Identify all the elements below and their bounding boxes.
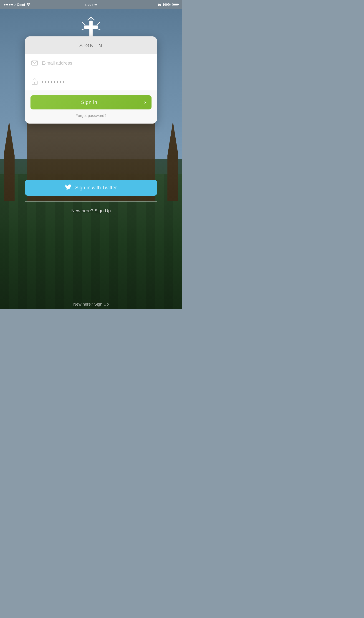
email-input[interactable] [42, 61, 152, 66]
forgot-password[interactable]: Forgot password? [30, 114, 152, 118]
card-title: SIGN IN [79, 43, 103, 49]
twitter-button-label: Sign in with Twitter [75, 185, 117, 191]
signal-dot-1 [4, 4, 5, 5]
twitter-button-container: Sign in with Twitter [25, 180, 157, 196]
password-row: •••••••• [25, 72, 157, 91]
svg-line-5 [82, 22, 85, 25]
divider-line [25, 201, 157, 202]
signup-container: New here? Sign Up [71, 208, 111, 213]
signup-prompt[interactable]: New here? Sign Up [71, 208, 111, 213]
svg-line-3 [88, 17, 91, 20]
email-icon [30, 59, 39, 67]
signin-card: SIGN IN [25, 36, 157, 124]
divider [25, 201, 157, 202]
signal-dots [4, 4, 15, 5]
bottom-signup-text: New here? Sign Up [73, 302, 109, 307]
lock-icon [158, 2, 161, 7]
status-time: 4:20 PM [85, 3, 98, 7]
svg-rect-9 [90, 21, 92, 37]
carrier-name: Omni [17, 3, 25, 6]
chevron-right-icon: › [141, 98, 149, 106]
card-header: SIGN IN [25, 36, 157, 54]
battery-percent: 100% [162, 3, 171, 6]
status-right: 100% [158, 2, 178, 7]
svg-line-6 [97, 22, 100, 25]
signal-dot-5 [14, 4, 15, 5]
background: SIGN IN [0, 9, 182, 309]
battery-icon [172, 3, 178, 6]
svg-line-4 [91, 17, 94, 20]
battery-fill [173, 4, 178, 5]
signup-text: New here? Sign Up [71, 208, 111, 213]
signal-dot-3 [9, 4, 11, 5]
signin-button[interactable]: Sign in › [30, 95, 152, 109]
svg-point-13 [34, 82, 35, 83]
status-bar: Omni 4:20 PM 100% [0, 0, 182, 9]
svg-rect-10 [84, 26, 98, 29]
status-left: Omni [4, 3, 30, 7]
email-row [25, 54, 157, 72]
signal-dot-2 [6, 4, 8, 5]
twitter-bird-icon [65, 184, 71, 191]
lock-field-icon [30, 77, 39, 86]
signal-dot-4 [11, 4, 13, 5]
card-footer: Sign in › Forgot password? [25, 91, 157, 124]
password-dots: •••••••• [42, 79, 152, 85]
wifi-icon [26, 3, 30, 7]
svg-point-1 [159, 5, 160, 5]
card-body: •••••••• [25, 54, 157, 91]
twitter-signin-button[interactable]: Sign in with Twitter [25, 180, 157, 196]
signin-button-label: Sign in [30, 99, 141, 105]
